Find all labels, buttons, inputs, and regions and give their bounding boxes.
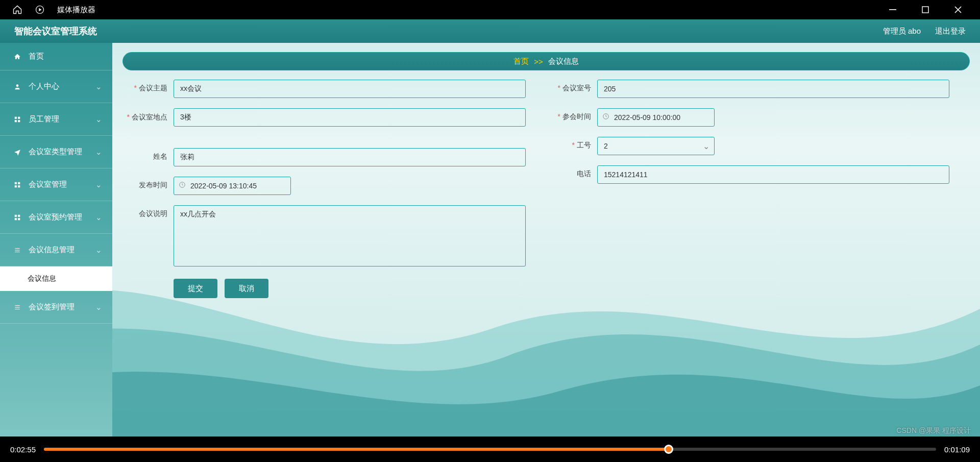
sidebar-item-staff[interactable]: 员工管理 ⌄ [0,103,112,136]
breadcrumb-current: 会议信息 [548,57,579,66]
cancel-button[interactable]: 取消 [225,279,268,298]
chevron-down-icon: ⌄ [95,148,102,157]
app-shell: 智能会议室管理系统 管理员 abo 退出登录 首页 个人中心 ⌄ 员工管理 ⌄ [0,19,980,436]
player-seek-track[interactable] [44,448,936,451]
input-name[interactable] [174,148,526,166]
label-phone: 电话 [546,165,597,179]
media-player-icon[interactable] [35,5,45,15]
svg-rect-6 [15,120,17,122]
content-area: 首页 >> 会议信息 *会议主题 *会议室地点 姓名 [112,43,980,436]
sidebar: 首页 个人中心 ⌄ 员工管理 ⌄ 会议室类型管理 ⌄ 会议室管理 ⌄ [0,43,112,436]
sidebar-item-roomtype[interactable]: 会议室类型管理 ⌄ [0,136,112,168]
input-attend-time[interactable] [597,108,715,127]
player-elapsed: 0:02:55 [10,445,36,454]
svg-rect-15 [18,218,20,220]
label-desc: 会议说明 [122,205,174,218]
sidebar-item-label: 会议室管理 [29,180,67,189]
chevron-down-icon: ⌄ [95,115,102,124]
svg-point-3 [16,84,19,87]
user-label[interactable]: 管理员 abo [883,27,921,36]
sidebar-item-checkin[interactable]: 会议签到管理 ⌄ [0,291,112,324]
sidebar-item-reserve[interactable]: 会议室预约管理 ⌄ [0,201,112,234]
grid-icon [13,181,21,189]
os-app-title: 媒体播放器 [57,5,95,15]
svg-rect-5 [18,116,20,118]
app-title: 智能会议室管理系统 [14,25,97,37]
player-progress [44,448,669,451]
svg-rect-10 [15,185,17,187]
minimize-icon[interactable] [889,6,896,13]
sidebar-item-meetinginfo[interactable]: 会议信息管理 ⌄ [0,234,112,266]
sidebar-item-label: 会议室预约管理 [29,212,82,222]
input-publish-time[interactable] [174,177,291,195]
os-titlebar: 媒体播放器 [0,0,980,19]
svg-rect-2 [922,7,928,13]
sidebar-item-profile[interactable]: 个人中心 ⌄ [0,70,112,103]
svg-rect-11 [18,185,20,187]
player-thumb[interactable] [664,445,673,454]
sidebar-item-home[interactable]: 首页 [0,43,112,70]
grid-icon [13,115,21,124]
app-topbar: 智能会议室管理系统 管理员 abo 退出登录 [0,19,980,43]
maximize-icon[interactable] [922,6,929,13]
menu-icon [13,246,21,254]
chevron-down-icon: ⌄ [95,303,102,312]
menu-icon [13,303,21,311]
logout-link[interactable]: 退出登录 [935,27,966,36]
svg-rect-13 [18,214,20,216]
label-attend-time: *参会时间 [546,108,597,121]
label-emp-no: *工号 [546,137,597,150]
plane-icon [13,148,21,156]
watermark: CSDN @果果 程序设计 [896,426,971,435]
chevron-down-icon: ⌄ [95,180,102,189]
media-player-bar: 0:02:55 0:01:09 [0,436,980,462]
sidebar-item-label: 会议信息管理 [29,245,75,255]
player-total: 0:01:09 [944,445,970,454]
home-icon [13,53,21,61]
user-icon [13,83,21,91]
close-icon[interactable] [954,6,962,13]
grid-icon [13,213,21,222]
input-room-no[interactable] [597,80,949,98]
sidebar-item-label: 员工管理 [29,114,59,124]
textarea-desc[interactable] [174,205,526,266]
chevron-down-icon: ⌄ [95,82,102,91]
label-location: *会议室地点 [122,108,174,121]
breadcrumb: 首页 >> 会议信息 [122,52,970,70]
label-publish-time: 发布时间 [122,177,174,190]
svg-rect-7 [18,120,20,122]
sidebar-item-label: 个人中心 [29,82,59,91]
label-room-no: *会议室号 [546,80,597,93]
sidebar-item-label: 会议签到管理 [29,302,75,312]
chevron-down-icon: ⌄ [95,213,102,222]
select-emp-no[interactable] [597,137,715,155]
chevron-down-icon: ⌄ [95,246,102,255]
svg-rect-12 [15,214,17,216]
input-topic[interactable] [174,80,526,98]
clock-icon [602,113,609,122]
breadcrumb-home[interactable]: 首页 [513,57,529,66]
sidebar-item-label: 首页 [29,52,44,61]
svg-rect-1 [889,9,896,10]
sidebar-item-room[interactable]: 会议室管理 ⌄ [0,168,112,201]
sidebar-sub-meetinginfo[interactable]: 会议信息 [0,266,112,291]
input-location[interactable] [174,108,526,127]
clock-icon [179,181,186,190]
svg-rect-14 [15,218,17,220]
svg-rect-4 [15,116,17,118]
sidebar-item-label: 会议室类型管理 [29,147,82,157]
label-topic: *会议主题 [122,80,174,93]
form: *会议主题 *会议室地点 姓名 发布时间 [122,80,970,298]
svg-rect-9 [18,182,20,184]
home-icon[interactable] [12,5,22,15]
breadcrumb-sep: >> [534,57,543,66]
sidebar-sub-label: 会议信息 [28,274,56,283]
input-phone[interactable] [597,165,949,184]
label-name: 姓名 [122,148,174,161]
svg-rect-8 [15,182,17,184]
submit-button[interactable]: 提交 [174,279,217,298]
